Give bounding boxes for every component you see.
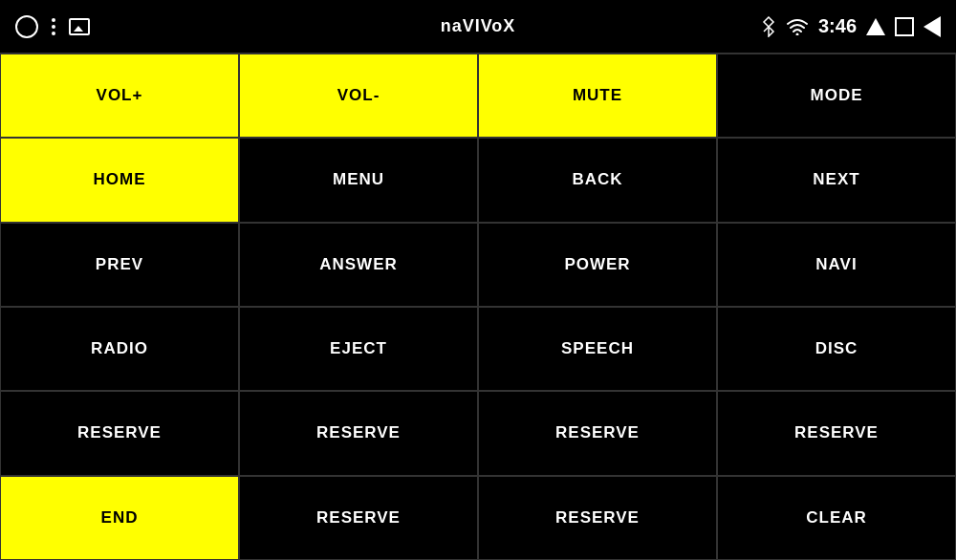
status-center: naVIVoX — [441, 16, 516, 36]
grid-button-vol--2[interactable]: VOL- — [239, 54, 478, 138]
square-icon — [895, 17, 914, 36]
grid-button-speech-15[interactable]: SPEECH — [478, 307, 717, 391]
grid-button-reserve-20[interactable]: RESERVE — [717, 391, 956, 475]
grid-button-reserve-22[interactable]: RESERVE — [239, 476, 478, 560]
grid-button-power-11[interactable]: POWER — [478, 223, 717, 307]
grid-button-radio-13[interactable]: RADIO — [0, 307, 239, 391]
brand-logo: naVIVoX — [441, 16, 516, 36]
circle-icon — [15, 15, 38, 38]
grid-button-reserve-18[interactable]: RESERVE — [239, 391, 478, 475]
svg-point-1 — [795, 32, 798, 35]
grid-button-vol+-1[interactable]: VOL+ — [0, 54, 239, 138]
image-icon — [69, 18, 90, 35]
grid-button-clear-24[interactable]: CLEAR — [717, 476, 956, 560]
dots-icon — [52, 18, 55, 35]
button-grid: VOL+VOL-MUTEMODEHOMEMENUBACKNEXTPREVANSW… — [0, 53, 956, 560]
bluetooth-icon — [761, 16, 776, 37]
grid-button-navi-12[interactable]: NAVI — [717, 223, 956, 307]
status-left-icons — [15, 15, 90, 38]
eject-icon — [866, 18, 885, 35]
grid-button-reserve-17[interactable]: RESERVE — [0, 391, 239, 475]
status-bar: naVIVoX 3:46 — [0, 0, 956, 53]
grid-button-end-21[interactable]: END — [0, 476, 239, 560]
grid-button-eject-14[interactable]: EJECT — [239, 307, 478, 391]
grid-button-disc-16[interactable]: DISC — [717, 307, 956, 391]
grid-button-prev-9[interactable]: PREV — [0, 223, 239, 307]
status-right-icons: 3:46 — [761, 15, 941, 37]
time-display: 3:46 — [818, 15, 857, 37]
grid-button-next-8[interactable]: NEXT — [717, 138, 956, 222]
grid-button-reserve-19[interactable]: RESERVE — [478, 391, 717, 475]
brand-text: naVIVoX — [441, 16, 516, 35]
grid-button-back-7[interactable]: BACK — [478, 138, 717, 222]
back-icon — [923, 16, 941, 37]
grid-button-mode-4[interactable]: MODE — [717, 54, 956, 138]
wifi-icon — [786, 18, 809, 35]
grid-button-home-5[interactable]: HOME — [0, 138, 239, 222]
grid-button-answer-10[interactable]: ANSWER — [239, 223, 478, 307]
grid-button-reserve-23[interactable]: RESERVE — [478, 476, 717, 560]
grid-button-menu-6[interactable]: MENU — [239, 138, 478, 222]
grid-button-mute-3[interactable]: MUTE — [478, 54, 717, 138]
